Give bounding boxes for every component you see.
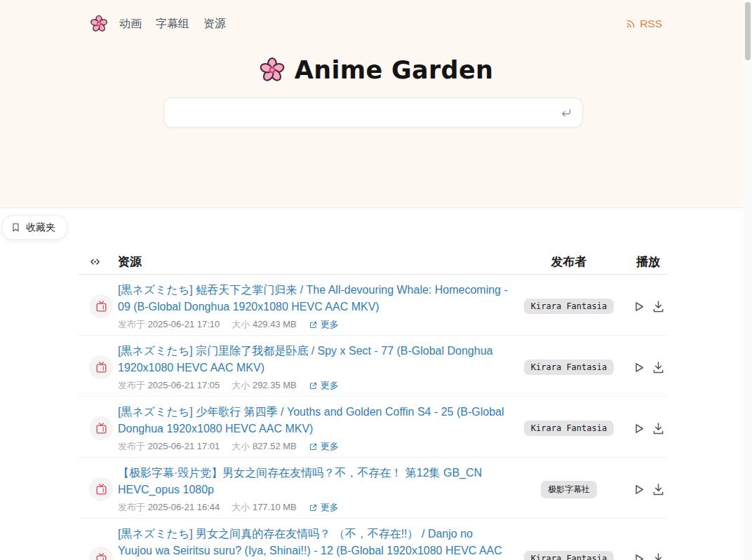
resource-avatar xyxy=(89,416,113,440)
site-title-text: Anime Garden xyxy=(295,56,493,84)
external-link-icon xyxy=(309,381,318,390)
size-label: 大小 xyxy=(231,380,250,390)
more-label: 更多 xyxy=(321,318,339,331)
resource-title-link[interactable]: [黒ネズミたち] 鲲吞天下之掌门归来 / The All-devouring W… xyxy=(118,282,509,315)
tv-icon xyxy=(95,422,108,435)
bookmark-icon xyxy=(11,222,21,233)
download-icon[interactable] xyxy=(651,552,666,560)
published-time: 2025-06-21 16:44 xyxy=(148,502,220,512)
tv-icon xyxy=(95,300,108,313)
more-link[interactable]: 更多 xyxy=(309,440,339,453)
external-link-icon xyxy=(309,320,318,329)
resource-title-link[interactable]: [黒ネズミたち] 宗门里除了我都是卧底 / Spy x Sect - 77 (B… xyxy=(118,343,509,376)
publisher-badge[interactable]: Kirara Fantasia xyxy=(524,551,614,560)
table-header: 资源 发布者 播放 xyxy=(79,250,668,275)
tv-icon xyxy=(95,483,108,496)
play-icon[interactable] xyxy=(631,421,646,436)
download-icon[interactable] xyxy=(651,421,666,436)
table-row: [黒ネズミたち] 男女之间真的存在友情吗？ （不，不存在!!） / Danjo … xyxy=(79,519,668,560)
published-label: 发布于 xyxy=(118,380,145,390)
size-label: 大小 xyxy=(231,502,250,512)
resource-avatar xyxy=(89,355,113,379)
tv-icon xyxy=(95,552,108,560)
scrollbar-thumb[interactable] xyxy=(745,2,751,60)
file-size: 429.43 MB xyxy=(253,319,297,329)
play-icon[interactable] xyxy=(631,552,646,560)
header-play: 播放 xyxy=(629,254,668,270)
publisher-badge[interactable]: 极影字幕社 xyxy=(541,481,597,498)
published-label: 发布于 xyxy=(118,441,145,451)
favorites-label: 收藏夹 xyxy=(26,221,55,234)
resource-rows: [黒ネズミたち] 鲲吞天下之掌门归来 / The All-devouring W… xyxy=(79,275,668,560)
cherry-blossom-icon xyxy=(259,57,286,83)
header-publisher: 发布者 xyxy=(509,254,629,270)
rss-link[interactable]: RSS xyxy=(625,18,662,30)
row-actions xyxy=(631,552,666,560)
hero-section: 动画 字幕组 资源 RSS Anime Garden xyxy=(0,0,752,208)
download-icon[interactable] xyxy=(651,299,666,314)
nav-item-anime[interactable]: 动画 xyxy=(119,17,142,32)
search-input[interactable] xyxy=(175,107,560,118)
publisher-badge[interactable]: Kirara Fantasia xyxy=(524,421,614,436)
play-icon[interactable] xyxy=(631,482,646,497)
published-time: 2025-06-21 17:05 xyxy=(148,380,220,390)
resource-meta: 发布于 2025-06-21 16:44 大小 177.10 MB 更多 xyxy=(118,501,509,514)
more-label: 更多 xyxy=(321,501,339,514)
header-resource: 资源 xyxy=(118,254,509,270)
top-navigation: 动画 字幕组 资源 RSS xyxy=(90,10,662,38)
file-size: 177.10 MB xyxy=(253,502,297,512)
more-link[interactable]: 更多 xyxy=(309,501,339,514)
published-label: 发布于 xyxy=(118,319,145,329)
angle-brackets-icon xyxy=(89,256,101,268)
site-title: Anime Garden xyxy=(0,53,752,87)
row-actions xyxy=(631,482,666,497)
resource-title-link[interactable]: 【极影字幕·毁片党】男女之间存在友情吗？不，不存在！ 第12集 GB_CN HE… xyxy=(118,465,509,498)
download-icon[interactable] xyxy=(651,360,666,375)
resource-table: 资源 发布者 播放 [黒ネズミたち] 鲲吞天下之掌门归来 / The All-d… xyxy=(79,250,668,560)
resource-meta: 发布于 2025-06-21 17:10 大小 429.43 MB 更多 xyxy=(118,318,509,331)
publisher-badge[interactable]: Kirara Fantasia xyxy=(524,299,614,314)
file-size: 292.35 MB xyxy=(253,380,297,390)
row-actions xyxy=(631,299,666,314)
published-label: 发布于 xyxy=(118,502,145,512)
table-row: 【极影字幕·毁片党】男女之间存在友情吗？不，不存在！ 第12集 GB_CN HE… xyxy=(79,458,668,519)
return-key-icon xyxy=(560,107,572,119)
more-link[interactable]: 更多 xyxy=(309,318,339,331)
row-actions xyxy=(631,421,666,436)
favorites-tab[interactable]: 收藏夹 xyxy=(1,215,67,240)
resource-avatar xyxy=(89,294,113,318)
size-label: 大小 xyxy=(231,441,250,451)
more-label: 更多 xyxy=(321,379,339,392)
resource-title-link[interactable]: [黒ネズミたち] 男女之间真的存在友情吗？ （不，不存在!!） / Danjo … xyxy=(118,526,509,560)
resource-title-link[interactable]: [黒ネズミたち] 少年歌行 第四季 / Youths and Golden Co… xyxy=(118,404,509,437)
tv-icon xyxy=(95,361,108,374)
cherry-blossom-icon xyxy=(90,15,108,33)
download-icon[interactable] xyxy=(651,482,666,497)
more-label: 更多 xyxy=(321,440,339,453)
resource-avatar xyxy=(89,547,113,560)
resource-avatar xyxy=(89,477,113,501)
resource-meta: 发布于 2025-06-21 17:05 大小 292.35 MB 更多 xyxy=(118,379,509,392)
nav-links: 动画 字幕组 资源 xyxy=(119,17,226,32)
file-size: 827.52 MB xyxy=(253,441,297,451)
table-row: [黒ネズミたち] 宗门里除了我都是卧底 / Spy x Sect - 77 (B… xyxy=(79,336,668,397)
play-icon[interactable] xyxy=(631,360,646,375)
published-time: 2025-06-21 17:10 xyxy=(148,319,220,329)
nav-item-fansub-groups[interactable]: 字幕组 xyxy=(156,17,189,32)
resource-meta: 发布于 2025-06-21 17:01 大小 827.52 MB 更多 xyxy=(118,440,509,453)
play-icon[interactable] xyxy=(631,299,646,314)
more-link[interactable]: 更多 xyxy=(309,379,339,392)
external-link-icon xyxy=(309,442,318,451)
search-bar[interactable] xyxy=(163,97,583,128)
table-row: [黒ネズミたち] 少年歌行 第四季 / Youths and Golden Co… xyxy=(79,397,668,458)
table-row: [黒ネズミたち] 鲲吞天下之掌门归来 / The All-devouring W… xyxy=(79,275,668,336)
publisher-badge[interactable]: Kirara Fantasia xyxy=(524,360,614,375)
nav-item-resources[interactable]: 资源 xyxy=(203,17,226,32)
row-actions xyxy=(631,360,666,375)
external-link-icon xyxy=(309,503,318,512)
logo-link[interactable] xyxy=(90,15,108,33)
rss-label: RSS xyxy=(640,18,662,30)
scrollbar-track[interactable] xyxy=(743,0,752,560)
published-time: 2025-06-21 17:01 xyxy=(148,441,220,451)
size-label: 大小 xyxy=(231,319,250,329)
